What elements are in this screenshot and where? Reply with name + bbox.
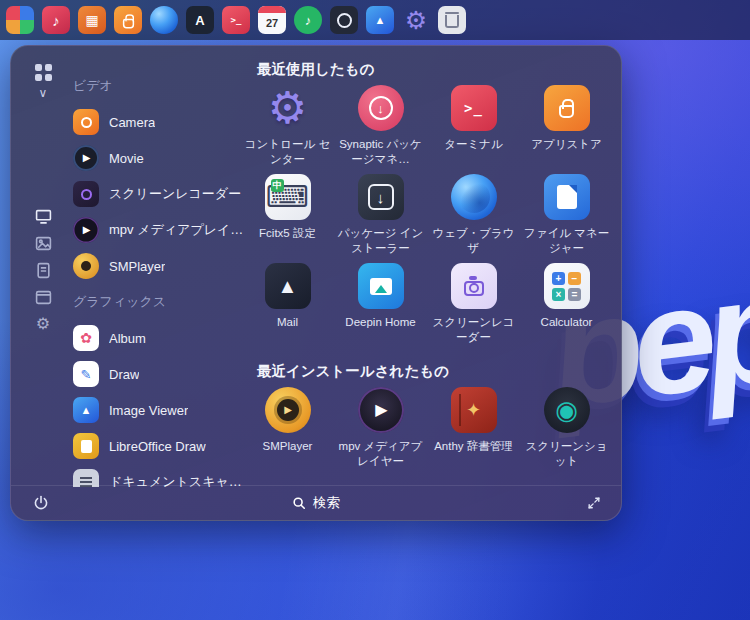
app-label: スクリーンショット: [522, 439, 612, 469]
screen-recorder-icon: [451, 263, 497, 309]
chevron-down-icon[interactable]: ∨: [39, 86, 48, 100]
category-settings-icon[interactable]: ⚙: [36, 316, 50, 332]
sidebar-item-image-viewer[interactable]: ▲ Image Viewer: [63, 392, 243, 428]
app-package-installer[interactable]: ↓ パッケージ インストーラー: [334, 170, 427, 259]
app-smplayer[interactable]: ▶ SMPlayer: [241, 383, 334, 472]
app-label: アプリストア: [531, 137, 602, 152]
app-fcitx5-config[interactable]: ⌨中 Fcitx5 設定: [241, 170, 334, 259]
sidebar-item-camera[interactable]: Camera: [63, 104, 243, 140]
launcher-sidebar-list: ビデオ Camera ▶ Movie スクリーンレコーダー ▶ mpv メディア…: [63, 68, 243, 487]
taskbar-camera-icon[interactable]: [330, 6, 358, 34]
app-web-browser[interactable]: ウェブ・ブラウザ: [427, 170, 520, 259]
image-viewer-icon: ▲: [73, 397, 99, 423]
app-label: Deepin Home: [345, 315, 415, 330]
mpv-icon: ▶: [358, 387, 404, 433]
sidebar-item-screen-recorder[interactable]: スクリーンレコーダー: [63, 176, 243, 212]
mpv-icon: ▶: [73, 217, 99, 243]
view-mode-grid-icon[interactable]: [35, 64, 52, 81]
app-label: コントロール センター: [243, 137, 333, 167]
sidebar-item-document-scanner[interactable]: ドキュメントスキャ…: [63, 464, 243, 487]
camera-icon: [73, 109, 99, 135]
anthy-dictionary-icon: ✦: [451, 387, 497, 433]
recent-installed-grid: ▶ SMPlayer ▶ mpv メディアプレイヤー ✦ Anthy 辞書管理 …: [241, 383, 613, 472]
app-terminal[interactable]: >_ ターミナル: [427, 81, 520, 170]
app-calculator[interactable]: +−×= Calculator: [520, 259, 613, 348]
launcher-left-rail: ∨ ⚙: [25, 46, 61, 520]
category-documents-icon[interactable]: [35, 262, 52, 279]
launcher-footer: 検索: [11, 485, 621, 520]
recent-used-grid: ⚙ コントロール センター ↓ Synaptic パッケージマネ… >_ ターミ…: [241, 81, 613, 348]
app-label: mpv メディアプレイヤー: [336, 439, 426, 469]
section-title-recent-installed: 最近インストールされたもの: [241, 362, 613, 381]
search-label: 検索: [313, 494, 340, 512]
smplayer-icon: [73, 253, 99, 279]
taskbar-music-icon[interactable]: ♪: [42, 6, 70, 34]
app-app-store[interactable]: アプリストア: [520, 81, 613, 170]
sidebar-item-mpv[interactable]: ▶ mpv メディアプレイ…: [63, 212, 243, 248]
app-store-icon: [544, 85, 590, 131]
sidebar-item-movie[interactable]: ▶ Movie: [63, 140, 243, 176]
app-label: ターミナル: [444, 137, 503, 152]
fullscreen-toggle-icon[interactable]: [587, 496, 601, 510]
category-video-icon[interactable]: [35, 208, 52, 225]
shutdown-button[interactable]: [33, 495, 49, 511]
launcher-content: 最近使用したもの ⚙ コントロール センター ↓ Synaptic パッケージマ…: [241, 46, 613, 487]
movie-player-icon: ▶: [73, 145, 99, 171]
smplayer-icon: ▶: [265, 387, 311, 433]
app-label: SMPlayer: [263, 439, 313, 454]
fcitx5-icon: ⌨中: [265, 174, 311, 220]
sidebar-item-smplayer[interactable]: SMPlayer: [63, 248, 243, 284]
app-mpv[interactable]: ▶ mpv メディアプレイヤー: [334, 383, 427, 472]
taskbar-image-viewer-icon[interactable]: ▲: [366, 6, 394, 34]
taskbar-terminal-icon[interactable]: >_: [222, 6, 250, 34]
app-label: ファイル マネージャー: [522, 226, 612, 256]
screenshot-icon: ◉: [544, 387, 590, 433]
app-label: Mail: [277, 315, 298, 330]
package-installer-icon: ↓: [358, 174, 404, 220]
app-label: Fcitx5 設定: [259, 226, 316, 241]
app-deepin-home[interactable]: Deepin Home: [334, 259, 427, 348]
screen-recorder-icon: [73, 181, 99, 207]
taskbar-app-store-icon[interactable]: [114, 6, 142, 34]
taskbar: ♪ ▦ A >_ 27 ♪ ▲ ⚙: [0, 0, 750, 40]
app-file-manager[interactable]: ファイル マネージャー: [520, 170, 613, 259]
category-header-video: ビデオ: [63, 68, 243, 104]
sidebar-item-libreoffice-draw[interactable]: LibreOffice Draw: [63, 428, 243, 464]
taskbar-launcher-icon[interactable]: [6, 6, 34, 34]
libreoffice-draw-icon: [73, 433, 99, 459]
app-anthy-dictionary[interactable]: ✦ Anthy 辞書管理: [427, 383, 520, 472]
synaptic-icon: ↓: [358, 85, 404, 131]
taskbar-control-center-icon[interactable]: ⚙: [402, 6, 430, 34]
taskbar-calendar-icon[interactable]: 27: [258, 6, 286, 34]
file-manager-icon: [544, 174, 590, 220]
app-screen-recorder[interactable]: スクリーンレコーダー: [427, 259, 520, 348]
taskbar-trash-icon[interactable]: [438, 6, 466, 34]
desktop: pep ♪ ▦ A >_ 27 ♪ ▲ ⚙ ∨: [0, 0, 750, 620]
app-label: ウェブ・ブラウザ: [429, 226, 519, 256]
control-center-icon: ⚙: [265, 85, 311, 131]
category-graphics-icon[interactable]: [35, 235, 52, 252]
deepin-home-icon: [358, 263, 404, 309]
app-launcher-window: ∨ ⚙ ビデオ Camera: [10, 45, 622, 521]
sidebar-item-draw[interactable]: ✎ Draw: [63, 356, 243, 392]
app-label: スクリーンレコーダー: [429, 315, 519, 345]
app-label: Synaptic パッケージマネ…: [336, 137, 426, 167]
sidebar-item-album[interactable]: ✿ Album: [63, 320, 243, 356]
taskbar-app-box-icon[interactable]: ▦: [78, 6, 106, 34]
section-title-recent-used: 最近使用したもの: [241, 60, 613, 79]
search-icon: [292, 496, 306, 510]
terminal-icon: >_: [451, 85, 497, 131]
mail-icon: ▲: [265, 263, 311, 309]
search-button[interactable]: 検索: [292, 494, 340, 512]
app-screenshot[interactable]: ◉ スクリーンショット: [520, 383, 613, 472]
category-system-icon[interactable]: [35, 289, 52, 306]
taskbar-music-player-icon[interactable]: ♪: [294, 6, 322, 34]
category-header-graphics: グラフィックス: [63, 284, 243, 320]
taskbar-text-editor-icon[interactable]: A: [186, 6, 214, 34]
app-synaptic[interactable]: ↓ Synaptic パッケージマネ…: [334, 81, 427, 170]
app-label: Anthy 辞書管理: [434, 439, 513, 454]
app-control-center[interactable]: ⚙ コントロール センター: [241, 81, 334, 170]
app-mail[interactable]: ▲ Mail: [241, 259, 334, 348]
app-label: パッケージ インストーラー: [336, 226, 426, 256]
taskbar-web-browser-icon[interactable]: [150, 6, 178, 34]
